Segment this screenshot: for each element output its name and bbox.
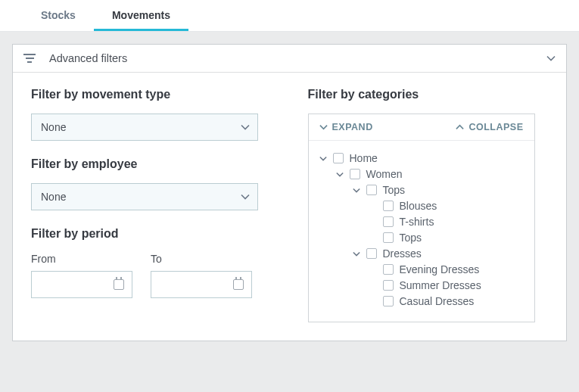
- chevron-down-icon[interactable]: [353, 251, 360, 257]
- calendar-icon: [233, 279, 244, 290]
- chevron-down-icon[interactable]: [336, 172, 344, 177]
- node-label: Women: [366, 168, 403, 180]
- tree-node-blouses[interactable]: Blouses: [369, 200, 524, 212]
- chevron-down-icon: [241, 194, 248, 200]
- movement-type-heading: Filter by movement type: [31, 88, 272, 101]
- panel-title: Advanced filters: [49, 52, 546, 64]
- period-row: From To: [31, 253, 272, 298]
- tab-label: Stocks: [41, 9, 76, 21]
- panel-header[interactable]: Advanced filters: [13, 45, 566, 73]
- collapse-button[interactable]: COLLAPSE: [456, 122, 523, 132]
- filter-icon: [23, 54, 36, 63]
- checkbox[interactable]: [366, 185, 377, 195]
- chevron-down-icon: [546, 55, 556, 61]
- tree-node-dresses[interactable]: Dresses: [353, 247, 524, 260]
- expand-button[interactable]: EXPAND: [319, 122, 373, 132]
- node-label: Evening Dresses: [400, 263, 480, 275]
- left-column: Filter by movement type None Filter by e…: [31, 88, 272, 322]
- tree-node-evening[interactable]: Evening Dresses: [369, 263, 524, 275]
- chevron-down-icon: [319, 124, 328, 130]
- checkbox[interactable]: [333, 153, 344, 163]
- tab-stocks[interactable]: Stocks: [23, 0, 94, 31]
- node-label: Tops: [383, 184, 406, 196]
- to-date-input[interactable]: [151, 271, 252, 298]
- tab-label: Movements: [112, 9, 170, 21]
- select-value: None: [41, 121, 66, 133]
- period-heading: Filter by period: [31, 227, 272, 241]
- categories-heading: Filter by categories: [308, 88, 549, 101]
- tree-node-tops-leaf[interactable]: Tops: [369, 232, 524, 244]
- chevron-down-icon[interactable]: [319, 156, 327, 161]
- tab-bar: Stocks Movements: [0, 0, 579, 32]
- period-block: Filter by period From To: [31, 227, 272, 298]
- tree-node-casual[interactable]: Casual Dresses: [369, 295, 524, 307]
- movement-type-select[interactable]: None: [31, 114, 258, 141]
- period-to: To: [151, 253, 252, 298]
- checkbox[interactable]: [350, 169, 360, 179]
- category-tree-box: EXPAND COLLAPSE: [308, 114, 535, 322]
- node-label: Tops: [400, 232, 422, 244]
- node-label: Summer Dresses: [400, 279, 481, 291]
- employee-heading: Filter by employee: [31, 157, 272, 171]
- select-value: None: [41, 191, 66, 203]
- checkbox[interactable]: [383, 296, 394, 306]
- chevron-up-icon: [456, 124, 464, 130]
- checkbox[interactable]: [383, 280, 394, 291]
- tree-node-summer[interactable]: Summer Dresses: [369, 279, 524, 291]
- employee-block: Filter by employee None: [31, 157, 272, 210]
- panel-body: Filter by movement type None Filter by e…: [13, 73, 566, 341]
- checkbox[interactable]: [383, 264, 394, 275]
- content-area: Advanced filters Filter by movement type…: [0, 32, 579, 353]
- to-label: To: [151, 253, 252, 265]
- tree-node-home[interactable]: Home: [319, 152, 524, 164]
- from-date-input[interactable]: [31, 271, 132, 298]
- app-window: Stocks Movements Advanced filters Filter…: [0, 0, 579, 392]
- chevron-down-icon: [241, 124, 248, 130]
- checkbox[interactable]: [383, 201, 394, 211]
- node-label: Blouses: [400, 200, 437, 212]
- expand-label: EXPAND: [332, 122, 373, 132]
- tree-node-tshirts[interactable]: T-shirts: [369, 216, 524, 228]
- node-label: Home: [350, 152, 378, 164]
- advanced-filters-panel: Advanced filters Filter by movement type…: [12, 44, 567, 341]
- category-actions: EXPAND COLLAPSE: [309, 114, 534, 141]
- collapse-label: COLLAPSE: [468, 122, 523, 132]
- right-column: Filter by categories EXPAND COLLAPSE: [308, 88, 549, 322]
- node-label: T-shirts: [400, 216, 434, 228]
- chevron-down-icon[interactable]: [353, 188, 360, 193]
- checkbox[interactable]: [383, 216, 394, 227]
- calendar-icon: [114, 279, 124, 290]
- movement-type-block: Filter by movement type None: [31, 88, 272, 141]
- node-label: Dresses: [383, 247, 422, 260]
- from-label: From: [31, 253, 132, 265]
- checkbox[interactable]: [366, 248, 377, 259]
- employee-select[interactable]: None: [31, 183, 258, 210]
- tab-movements[interactable]: Movements: [94, 0, 188, 31]
- tree-node-tops[interactable]: Tops: [353, 184, 524, 196]
- checkbox[interactable]: [383, 232, 394, 243]
- category-tree: Home Women: [309, 141, 534, 322]
- period-from: From: [31, 253, 132, 298]
- tree-node-women[interactable]: Women: [336, 168, 524, 180]
- node-label: Casual Dresses: [400, 295, 475, 307]
